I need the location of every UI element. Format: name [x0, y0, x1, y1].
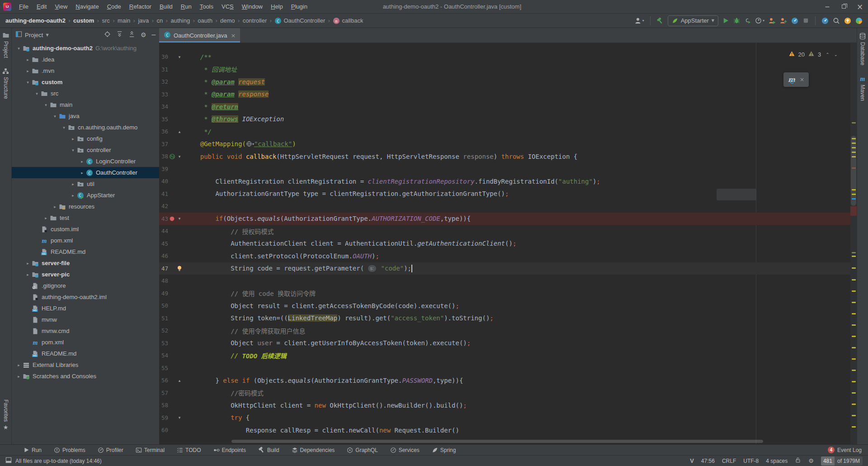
tree-chevron-icon[interactable]: ▾	[15, 46, 22, 51]
tool-button-maven[interactable]: mMaven	[859, 75, 866, 101]
menu-code[interactable]: Code	[103, 0, 125, 14]
intention-bulb-icon[interactable]	[176, 265, 183, 272]
tree-item-java[interactable]: ▾java	[12, 110, 159, 122]
stripe-mark[interactable]	[852, 267, 856, 269]
breakpoint-icon[interactable]	[169, 216, 175, 222]
maximize-button[interactable]	[835, 0, 852, 14]
menu-help[interactable]: Help	[267, 0, 287, 14]
code-line-59[interactable]: 59▾ try {	[159, 412, 850, 424]
tree-chevron-icon[interactable]: ▸	[15, 374, 22, 379]
line-number[interactable]: 55	[159, 365, 168, 371]
code-text[interactable]: AuthorizationGrantType type = clientRegi…	[185, 190, 509, 197]
code-text[interactable]: OkHttpClient client = new OkHttpClient()…	[185, 402, 467, 409]
menu-file[interactable]: File	[15, 0, 33, 14]
stripe-mark[interactable]	[852, 415, 856, 416]
profiler-button-button[interactable]: ▾	[755, 17, 764, 24]
fold-marker-icon[interactable]: ▾	[176, 415, 183, 420]
line-number[interactable]: 33	[159, 91, 168, 98]
breadcrumb-custom[interactable]: custom	[73, 17, 94, 24]
line-number[interactable]: 56	[159, 377, 168, 384]
code-line-37[interactable]: 37 @GetMapping(▾"callback")	[159, 138, 850, 151]
plugin-colorful-button[interactable]	[855, 17, 863, 24]
menu-vcs[interactable]: VCS	[217, 0, 238, 14]
code-line-56[interactable]: 56▴ } else if (Objects.equals(Authorizat…	[159, 374, 850, 387]
tree-item-pom-xml[interactable]: mpom.xml	[12, 337, 159, 348]
line-number[interactable]: 50	[159, 302, 168, 309]
code-text[interactable]: * 回调地址	[185, 65, 237, 74]
error-stripe[interactable]	[850, 43, 857, 444]
stripe-mark[interactable]	[852, 392, 856, 394]
line-separator[interactable]: CRLF	[722, 458, 736, 464]
close-icon[interactable]: ×	[231, 32, 236, 39]
tree-item-custom-iml[interactable]: custom.iml	[12, 223, 159, 235]
tree-chevron-icon[interactable]: ▸	[70, 193, 76, 198]
stop-button-button[interactable]	[802, 17, 809, 24]
line-number[interactable]: 35	[159, 116, 168, 123]
next-warning-icon[interactable]: ⌄	[834, 52, 838, 57]
project-panel-title[interactable]: Project	[25, 32, 43, 38]
line-number[interactable]: 36	[159, 128, 168, 135]
tree-item-oauthcontroller[interactable]: ▸COauthController	[12, 167, 159, 178]
tree-chevron-icon[interactable]: ▸	[24, 57, 31, 62]
code-text[interactable]: * @param request	[185, 78, 265, 86]
code-line-55[interactable]: 55	[159, 362, 850, 375]
breadcrumb-oauth[interactable]: oauth	[198, 17, 212, 24]
tab-oauthcontroller[interactable]: C OauthController.java ×	[159, 28, 240, 43]
stripe-mark[interactable]	[852, 381, 856, 382]
toolwindow-button-services[interactable]: Services	[390, 447, 420, 453]
line-number[interactable]: 53	[159, 340, 168, 347]
menu-refactor[interactable]: Refactor	[125, 0, 156, 14]
code-line-49[interactable]: 49 // 使用 code 换取访问令牌	[159, 287, 850, 300]
locate-icon[interactable]	[104, 31, 111, 39]
toolwindow-button-todo[interactable]: TODO	[177, 447, 201, 453]
breadcrumb-java[interactable]: java	[138, 17, 149, 24]
toolwindow-button-problems[interactable]: Problems	[54, 447, 85, 453]
tool-button-database[interactable]: Database	[859, 33, 866, 65]
tree-chevron-icon[interactable]: ▾	[52, 114, 58, 119]
toolwindow-button-dependencies[interactable]: Dependencies	[292, 447, 335, 453]
tree-item-logincontroller[interactable]: ▸CLoginController	[12, 156, 159, 167]
updates-available-button[interactable]	[844, 17, 851, 24]
tool-button-structure[interactable]: Structure	[2, 68, 9, 99]
line-number[interactable]: 38	[159, 153, 168, 160]
tree-chevron-icon[interactable]: ▸	[70, 182, 76, 186]
vertical-scrollbar-thumb[interactable]	[851, 136, 856, 206]
code-line-60[interactable]: 60 Response callResp = client.newCall(ne…	[159, 424, 850, 437]
maven-reload-popup[interactable]: m ×	[783, 72, 809, 87]
line-number[interactable]: 49	[159, 290, 168, 297]
stripe-mark[interactable]	[852, 404, 856, 405]
code-text[interactable]: Object user = client.getUserInfoByAccess…	[185, 339, 471, 347]
menu-tools[interactable]: Tools	[196, 0, 217, 14]
tree-item-src[interactable]: ▾src	[12, 88, 159, 99]
url-globe-icon[interactable]	[246, 141, 252, 147]
stripe-mark[interactable]	[852, 347, 856, 348]
tree-chevron-icon[interactable]: ▾	[70, 148, 76, 152]
line-number[interactable]: 52	[159, 327, 168, 334]
breadcrumb-cn[interactable]: cn	[157, 17, 163, 24]
tree-item-external-libraries[interactable]: ▸External Libraries	[12, 359, 159, 371]
tree-item-mvnw[interactable]: mvnw	[12, 314, 159, 325]
tree-chevron-icon[interactable]: ▾	[42, 103, 49, 107]
run-button-button[interactable]	[722, 17, 729, 24]
tree-item-appstarter[interactable]: ▸CAppStarter	[12, 190, 159, 201]
line-number[interactable]: 44	[159, 228, 168, 234]
code-text[interactable]: client.setProtocol(ProtocolEnum.OAUTH);	[185, 252, 379, 260]
inspections-level-icon[interactable]: ⚙	[808, 457, 814, 464]
toolwindow-button-terminal[interactable]: Terminal	[136, 447, 165, 453]
stripe-mark[interactable]	[852, 122, 856, 124]
plugin-run-1-button[interactable]	[769, 17, 776, 24]
stripe-mark[interactable]	[852, 336, 856, 337]
code-text[interactable]: ClientRegistration clientRegistration = …	[185, 178, 600, 185]
menu-edit[interactable]: Edit	[33, 0, 51, 14]
memory-indicator[interactable]: 481 of 1979M	[821, 456, 863, 466]
tree-item-help-md[interactable]: MDHELP.md	[12, 303, 159, 314]
code-line-34[interactable]: 34 * @return	[159, 100, 850, 113]
code-line-58[interactable]: 58 OkHttpClient client = new OkHttpClien…	[159, 399, 850, 412]
tree-item-cn-authing-oauth-demo[interactable]: ▾cn.authing.oauth.demo	[12, 122, 159, 133]
code-text[interactable]: // 授权码模式	[185, 227, 274, 236]
code-text[interactable]: * @param response	[185, 90, 269, 98]
line-number[interactable]: 39	[159, 166, 168, 172]
menu-view[interactable]: View	[51, 0, 71, 14]
stripe-mark[interactable]	[852, 313, 856, 314]
menu-window[interactable]: Window	[238, 0, 267, 14]
